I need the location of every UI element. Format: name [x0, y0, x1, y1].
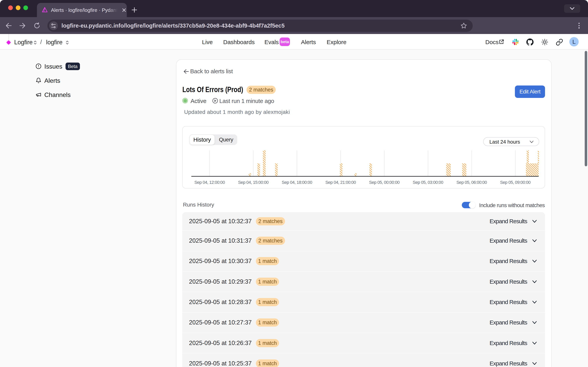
svg-text:Sep 05, 06:00:00: Sep 05, 06:00:00 [456, 180, 487, 185]
svg-text:Sep 05, 03:00:00: Sep 05, 03:00:00 [413, 180, 443, 185]
svg-text:Sep 04, 21:00:00: Sep 04, 21:00:00 [325, 180, 356, 185]
svg-text:Sep 04, 18:00:00: Sep 04, 18:00:00 [282, 180, 312, 185]
svg-text:Sep 05, 00:00:00: Sep 05, 00:00:00 [369, 180, 400, 185]
svg-text:Sep 04, 12:00:00: Sep 04, 12:00:00 [195, 180, 225, 185]
svg-text:Sep 05, 09:00:00: Sep 05, 09:00:00 [500, 180, 531, 185]
svg-text:Sep 04, 15:00:00: Sep 04, 15:00:00 [238, 180, 269, 185]
